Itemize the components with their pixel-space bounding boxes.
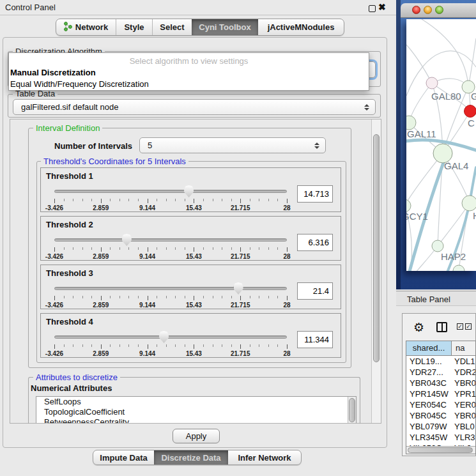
table-panel-header[interactable]: Table Panel: [396, 291, 476, 306]
float-window-icon[interactable]: [369, 5, 376, 12]
number-of-intervals-label: Number of Intervals: [54, 141, 132, 151]
slider-track[interactable]: [54, 287, 287, 290]
threshold-value-input[interactable]: [297, 185, 333, 203]
minimize-traffic-light[interactable]: [424, 6, 432, 14]
tab-discretize-data[interactable]: Discretize Data: [154, 450, 228, 464]
slider-scale-label: 9.144: [139, 253, 155, 260]
numerical-attributes-label: Numerical Attributes: [31, 383, 112, 393]
interval-definition-title: Interval Definition: [33, 124, 102, 133]
slider-thumb[interactable]: [159, 331, 169, 343]
number-of-intervals-value: 5: [148, 141, 152, 150]
slider-scale-label: 28: [283, 302, 290, 309]
threshold-2-panel: Threshold 2 -3.4262.8599.14415.4321.7152…: [40, 216, 341, 261]
table-row[interactable]: YDR27...YDR2: [406, 367, 475, 378]
gear-icon[interactable]: ⚙: [413, 320, 424, 334]
apply-button[interactable]: Apply: [173, 429, 220, 443]
list-scrollbar[interactable]: [348, 397, 356, 423]
table-row[interactable]: YBL079WYBL0: [406, 421, 475, 432]
popup-option-manual-discretization[interactable]: Manual Discretization: [10, 68, 96, 77]
table-panel-title: Table Panel: [407, 295, 450, 304]
slider-scale-label: -3.426: [45, 350, 63, 357]
slider-thumb[interactable]: [234, 282, 243, 295]
split-columns-icon[interactable]: [436, 322, 447, 332]
zoom-traffic-light[interactable]: [435, 6, 443, 14]
slider-scale-label: -3.426: [45, 302, 63, 309]
tab-infer-network[interactable]: Infer Network: [228, 450, 301, 464]
node-hap2[interactable]: [432, 240, 443, 252]
table-row[interactable]: YBR043CYBR0: [406, 378, 475, 388]
vertical-scrollbar-thumb[interactable]: [373, 134, 380, 362]
slider-scale-label: 28: [283, 204, 290, 211]
threshold-slider[interactable]: -3.4262.8599.14415.4321.71528: [54, 330, 287, 357]
slider-scale-label: 21.715: [231, 350, 250, 357]
node[interactable]: [462, 196, 476, 211]
checkbox-icon[interactable]: ✓: [465, 323, 472, 330]
slider-track[interactable]: [54, 190, 287, 193]
list-scrollbar-thumb[interactable]: [349, 398, 355, 422]
node-label: GAL11: [407, 128, 436, 139]
vertical-scrollbar[interactable]: [371, 119, 381, 423]
slider-scale-label: 28: [283, 253, 290, 260]
tab-label: Select: [160, 22, 184, 32]
table-row[interactable]: YPR145WYPR1: [406, 388, 475, 399]
table-row[interactable]: YBR045CYBR0: [406, 410, 475, 421]
threshold-value-input[interactable]: [297, 234, 333, 251]
column-header-shared-name[interactable]: shared...: [406, 341, 452, 355]
node-pink[interactable]: [426, 77, 438, 89]
number-of-intervals-combobox[interactable]: 5: [139, 137, 326, 153]
threshold-slider[interactable]: -3.4262.8599.14415.4321.71528: [54, 282, 287, 309]
slider-ticks: [54, 344, 287, 349]
list-item[interactable]: SelfLoops: [36, 397, 356, 407]
tab-select[interactable]: Select: [152, 19, 192, 35]
tab-cyni-toolbox[interactable]: Cyni Toolbox: [192, 19, 258, 35]
attributes-group-title: Attributes to discretize: [33, 373, 120, 382]
numerical-attributes-list[interactable]: SelfLoops TopologicalCoefficient Between…: [36, 396, 357, 423]
network-canvas[interactable]: GAL80 GA C GAL11 GAL4 GCY1 H HAP2: [406, 19, 476, 271]
slider-track[interactable]: [54, 335, 287, 339]
slider-ticks: [54, 296, 287, 301]
network-window-titlebar[interactable]: [401, 3, 476, 18]
table-row[interactable]: YDL19...YDL1: [406, 356, 475, 367]
tab-jactivemnodules[interactable]: jActiveMNodules: [258, 19, 344, 35]
thresholds-group-title: Threshold's Coordinates for 5 Intervals: [41, 157, 188, 166]
threshold-value-input[interactable]: [297, 331, 333, 348]
node-label: C: [468, 118, 475, 128]
control-panel: Control Panel ✖ Network: [0, 0, 396, 476]
column-header-name[interactable]: na: [452, 341, 475, 355]
close-icon[interactable]: ✖: [378, 2, 386, 12]
node-label: GAL4: [444, 160, 468, 171]
table-data-combobox[interactable]: galFiltered.sif default node: [13, 99, 376, 115]
tab-network[interactable]: Network: [56, 19, 116, 35]
node-gcy1[interactable]: [406, 199, 411, 212]
threshold-slider[interactable]: -3.4262.8599.14415.4321.71528: [54, 233, 287, 260]
table-row[interactable]: YER054CYER0: [406, 399, 475, 410]
top-tab-bar: Network Style Select Cyni Toolbox jActiv…: [56, 19, 344, 36]
slider-scale-label: 2.859: [93, 350, 109, 357]
algorithm-dropdown-popup: Select algorithm to view settings Manual…: [8, 52, 369, 91]
horizontal-scrollbar-thumb[interactable]: [408, 447, 473, 453]
tab-impute-data[interactable]: Impute Data: [93, 450, 154, 464]
node[interactable]: [453, 265, 464, 271]
list-item[interactable]: TopologicalCoefficient: [36, 407, 356, 417]
table-row[interactable]: YLR345WYLR3: [406, 432, 475, 443]
slider-track[interactable]: [54, 238, 287, 242]
tab-label: Style: [124, 22, 144, 32]
slider-ticks: [54, 199, 287, 204]
list-item[interactable]: BetweennessCentrality: [36, 417, 356, 423]
tab-style[interactable]: Style: [116, 19, 152, 35]
threshold-value-input[interactable]: [297, 282, 333, 300]
table-header-row: shared... na: [406, 341, 475, 356]
close-traffic-light[interactable]: [412, 6, 420, 14]
checkbox-icon[interactable]: ✓: [457, 323, 463, 330]
threshold-3-panel: Threshold 3 -3.4262.8599.14415.4321.7152…: [40, 265, 341, 309]
slider-thumb[interactable]: [122, 234, 132, 246]
node-selected-red[interactable]: [464, 105, 476, 118]
threshold-slider[interactable]: -3.4262.8599.14415.4321.71528: [54, 185, 287, 211]
slider-scale-label: 9.144: [139, 204, 155, 211]
threshold-label: Threshold 4: [46, 317, 93, 326]
slider-scale-label: 2.859: [93, 204, 109, 211]
slider-thumb[interactable]: [184, 185, 194, 197]
horizontal-scrollbar[interactable]: [406, 446, 476, 454]
popup-option-equal-width-frequency[interactable]: Equal Width/Frequency Discretization: [10, 79, 149, 89]
window-edge: [396, 0, 401, 289]
